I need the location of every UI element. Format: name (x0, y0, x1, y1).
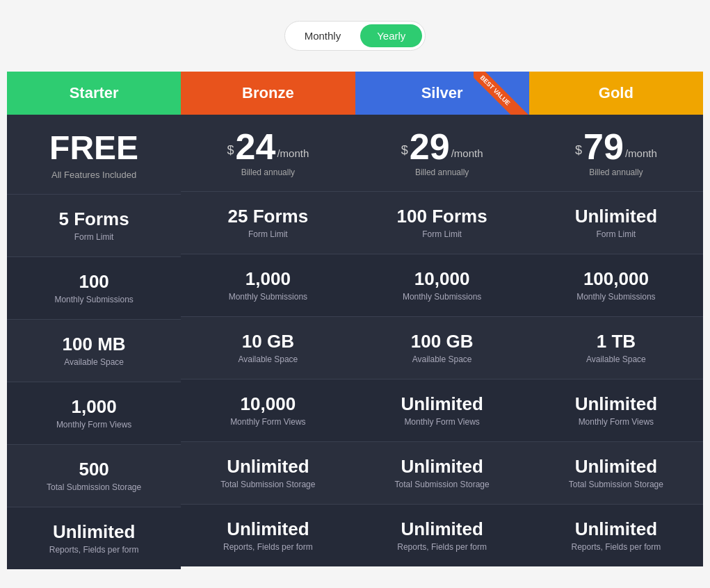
feature-value: 100 (79, 272, 108, 292)
feature-silver-2: 100 GBAvailable Space (355, 316, 529, 379)
price-billed: Billed annually (241, 168, 295, 177)
feature-value: Unlimited (401, 457, 483, 477)
price-period: /month (451, 147, 483, 159)
feature-value: 1,000 (245, 269, 291, 289)
feature-label: Available Space (412, 354, 472, 364)
feature-starter-0: 5 FormsForm Limit (7, 194, 181, 256)
price-billed: Billed annually (589, 168, 643, 177)
price-dollar-sign: $ (227, 143, 234, 158)
feature-label: Reports, Fields per form (223, 542, 313, 552)
plan-col-silver: Silver$29/monthBilled annually100 FormsF… (355, 72, 529, 569)
feature-label: Form Limit (422, 229, 462, 239)
feature-value: Unlimited (401, 394, 483, 414)
feature-label: Monthly Submissions (229, 292, 307, 302)
feature-value: Unlimited (575, 519, 657, 539)
feature-bronze-5: UnlimitedReports, Fields per form (181, 504, 355, 566)
feature-value: 5 Forms (59, 209, 129, 229)
plan-price-starter: FREEAll Features Included (7, 115, 181, 194)
plan-header-gold: Gold (529, 72, 703, 115)
feature-label: Available Space (64, 357, 124, 367)
feature-gold-3: UnlimitedMonthly Form Views (529, 379, 703, 441)
best-value-badge (474, 72, 529, 115)
feature-starter-5: UnlimitedReports, Fields per form (7, 507, 181, 569)
price-amount: 29 (410, 129, 450, 165)
feature-label: Available Space (586, 354, 646, 364)
plan-col-starter: StarterFREEAll Features Included5 FormsF… (7, 72, 181, 569)
feature-label: Form Limit (74, 232, 114, 242)
price-period: /month (625, 147, 657, 159)
feature-label: Monthly Submissions (403, 292, 481, 302)
feature-label: Monthly Submissions (54, 295, 133, 304)
feature-silver-5: UnlimitedReports, Fields per form (355, 504, 529, 566)
price-row: $29/month (401, 129, 483, 165)
feature-value: 100 GB (411, 332, 474, 352)
price-free-sub: All Features Included (51, 170, 136, 180)
feature-label: Available Space (238, 354, 298, 364)
feature-label: Form Limit (248, 229, 288, 239)
price-amount: 24 (236, 129, 276, 165)
plan-col-bronze: Bronze$24/monthBilled annually25 FormsFo… (181, 72, 355, 569)
feature-value: Unlimited (227, 519, 309, 539)
feature-label: Total Submission Storage (220, 480, 315, 489)
feature-value: 100 MB (63, 334, 126, 354)
feature-gold-2: 1 TBAvailable Space (529, 316, 703, 379)
feature-silver-4: UnlimitedTotal Submission Storage (355, 441, 529, 504)
feature-value: Unlimited (575, 394, 657, 414)
feature-value: 10,000 (241, 394, 296, 414)
feature-starter-1: 100Monthly Submissions (7, 256, 181, 319)
feature-value: Unlimited (575, 457, 657, 477)
price-period: /month (277, 147, 309, 159)
feature-label: Total Submission Storage (47, 482, 141, 492)
price-row: $24/month (227, 129, 309, 165)
price-free-label: FREE (49, 129, 138, 167)
price-billed: Billed annually (415, 168, 469, 177)
plan-header-silver: Silver (355, 72, 529, 115)
feature-value: 100,000 (583, 269, 649, 289)
feature-label: Total Submission Storage (395, 480, 490, 489)
plan-col-gold: Gold$79/monthBilled annuallyUnlimitedFor… (529, 72, 703, 569)
price-amount: 79 (583, 129, 624, 165)
feature-gold-4: UnlimitedTotal Submission Storage (529, 441, 703, 504)
price-dollar-sign: $ (401, 143, 408, 158)
feature-gold-0: UnlimitedForm Limit (529, 191, 703, 254)
plan-price-silver: $29/monthBilled annually (355, 115, 529, 191)
feature-starter-2: 100 MBAvailable Space (7, 319, 181, 382)
feature-label: Monthly Form Views (404, 417, 479, 427)
plan-header-starter: Starter (7, 72, 181, 115)
feature-silver-3: UnlimitedMonthly Form Views (355, 379, 529, 441)
feature-value: 1,000 (72, 397, 117, 417)
feature-value: 500 (79, 459, 108, 480)
feature-value: 25 Forms (228, 206, 309, 227)
feature-label: Monthly Form Views (56, 420, 131, 430)
feature-silver-0: 100 FormsForm Limit (355, 191, 529, 254)
feature-label: Reports, Fields per form (572, 542, 661, 552)
feature-bronze-0: 25 FormsForm Limit (181, 191, 355, 254)
feature-label: Form Limit (597, 229, 636, 239)
feature-value: 1 TB (597, 332, 636, 352)
feature-label: Monthly Form Views (230, 417, 305, 427)
feature-label: Total Submission Storage (569, 480, 663, 489)
feature-value: Unlimited (53, 522, 135, 542)
plan-header-bronze: Bronze (181, 72, 355, 115)
monthly-toggle-btn[interactable]: Monthly (288, 24, 358, 47)
feature-starter-4: 500Total Submission Storage (7, 444, 181, 507)
yearly-toggle-btn[interactable]: Yearly (360, 24, 422, 47)
feature-value: Unlimited (575, 206, 657, 227)
feature-bronze-3: 10,000Monthly Form Views (181, 379, 355, 441)
feature-value: 10,000 (414, 269, 470, 289)
toggle-container: Monthly Yearly (284, 21, 426, 51)
price-dollar-sign: $ (575, 143, 582, 158)
plan-price-gold: $79/monthBilled annually (529, 115, 703, 191)
feature-value: 10 GB (242, 332, 294, 352)
feature-value: Unlimited (227, 457, 309, 477)
billing-toggle: Monthly Yearly (7, 21, 703, 51)
feature-label: Monthly Submissions (576, 292, 655, 302)
feature-label: Monthly Form Views (579, 417, 654, 427)
feature-bronze-4: UnlimitedTotal Submission Storage (181, 441, 355, 504)
plan-price-bronze: $24/monthBilled annually (181, 115, 355, 191)
feature-gold-1: 100,000Monthly Submissions (529, 254, 703, 316)
feature-gold-5: UnlimitedReports, Fields per form (529, 504, 703, 566)
plans-container: StarterFREEAll Features Included5 FormsF… (7, 72, 703, 569)
feature-starter-3: 1,000Monthly Form Views (7, 382, 181, 444)
feature-label: Reports, Fields per form (397, 542, 487, 552)
